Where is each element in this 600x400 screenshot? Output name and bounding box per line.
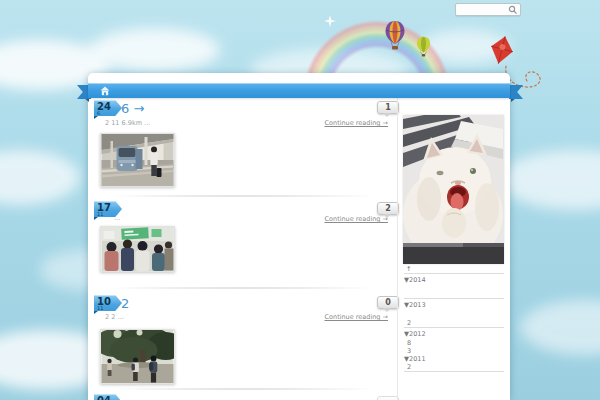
post-divider (96, 287, 389, 289)
sidebar-rule (404, 273, 504, 274)
sparkle-icon (324, 15, 336, 27)
archive-year-2011[interactable]: ▼2011 (404, 355, 426, 363)
white-cat-image (403, 115, 504, 264)
post-title-link[interactable]: 6 → (121, 101, 144, 116)
post-thumbnail[interactable] (100, 329, 175, 384)
hot-air-balloon-small-icon (416, 36, 431, 57)
sidebar-rule (404, 371, 504, 372)
post-title-link[interactable]: 2 (121, 296, 129, 311)
comment-count-badge[interactable] (377, 396, 399, 400)
archive-year-2013[interactable]: ▼2013 (404, 301, 426, 309)
post-date-month: 11 (97, 305, 103, 311)
hot-air-balloon-large-icon (384, 20, 406, 50)
continue-reading-link[interactable]: Continue reading → (300, 215, 388, 223)
archive-month-item[interactable]: 2 (407, 363, 411, 371)
crowd-image (101, 227, 174, 271)
cloud (520, 300, 600, 355)
back-to-top-link[interactable]: ↑ (406, 265, 411, 273)
search-icon[interactable] (508, 5, 518, 15)
post-date-month: 6 (97, 110, 100, 116)
post-date-month: 11 (97, 211, 103, 217)
train-platform-image (101, 134, 174, 186)
post-date-day: 04 (97, 395, 111, 400)
search-box (455, 3, 521, 16)
post-thumbnail[interactable] (100, 133, 175, 187)
sidebar-divider (397, 95, 398, 400)
post-divider (96, 388, 389, 390)
badge-fold (94, 116, 98, 119)
continue-reading-link[interactable]: Continue reading → (300, 313, 388, 321)
archive-month-item[interactable]: 8 (407, 339, 411, 347)
cloud (500, 150, 600, 210)
sidebar-cat-photo[interactable] (403, 115, 504, 264)
sidebar-rule (404, 327, 504, 328)
sidebar-rule (404, 298, 504, 299)
search-input[interactable] (458, 4, 508, 15)
archive-month-item[interactable]: 3 (407, 347, 411, 355)
cloud (0, 150, 80, 205)
archive-month-item[interactable]: 2 (407, 319, 411, 327)
park-trees-image (101, 330, 174, 383)
home-icon[interactable] (100, 86, 110, 96)
comment-count-badge[interactable]: 1 (377, 101, 399, 114)
continue-reading-link[interactable]: Continue reading → (300, 119, 388, 127)
badge-fold (94, 217, 98, 220)
archive-year-2012[interactable]: ▼2012 (404, 330, 426, 338)
cloud (90, 28, 220, 72)
archive-year-2014[interactable]: ▼2014 (404, 276, 426, 284)
post-thumbnail[interactable] (100, 226, 175, 272)
blog-page: 24 6 6 → 2 11 6.9km … Continue reading →… (0, 0, 600, 400)
comment-count-badge[interactable]: 0 (377, 296, 399, 309)
post-meta: 2 11 6.9km … (105, 119, 151, 127)
nav-bar (88, 83, 510, 98)
comment-count-badge[interactable]: 2 (377, 202, 399, 215)
post-divider (96, 195, 389, 197)
badge-fold (94, 311, 98, 314)
post-meta: 2 2 … (105, 313, 124, 321)
